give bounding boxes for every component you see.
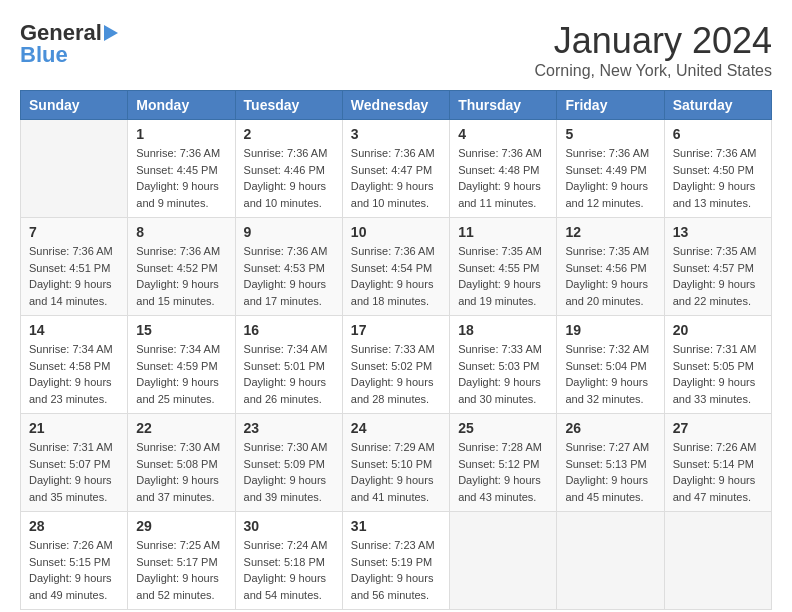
calendar-cell: 9Sunrise: 7:36 AMSunset: 4:53 PMDaylight… (235, 218, 342, 316)
day-info: Sunrise: 7:36 AMSunset: 4:54 PMDaylight:… (351, 243, 441, 309)
calendar-cell: 13Sunrise: 7:35 AMSunset: 4:57 PMDayligh… (664, 218, 771, 316)
calendar-cell (664, 512, 771, 610)
week-row-5: 28Sunrise: 7:26 AMSunset: 5:15 PMDayligh… (21, 512, 772, 610)
calendar-cell: 4Sunrise: 7:36 AMSunset: 4:48 PMDaylight… (450, 120, 557, 218)
day-info: Sunrise: 7:34 AMSunset: 4:59 PMDaylight:… (136, 341, 226, 407)
day-info: Sunrise: 7:36 AMSunset: 4:49 PMDaylight:… (565, 145, 655, 211)
day-info: Sunrise: 7:36 AMSunset: 4:45 PMDaylight:… (136, 145, 226, 211)
week-row-1: 1Sunrise: 7:36 AMSunset: 4:45 PMDaylight… (21, 120, 772, 218)
calendar-cell: 18Sunrise: 7:33 AMSunset: 5:03 PMDayligh… (450, 316, 557, 414)
day-info: Sunrise: 7:25 AMSunset: 5:17 PMDaylight:… (136, 537, 226, 603)
calendar-cell: 24Sunrise: 7:29 AMSunset: 5:10 PMDayligh… (342, 414, 449, 512)
day-info: Sunrise: 7:24 AMSunset: 5:18 PMDaylight:… (244, 537, 334, 603)
calendar-cell: 15Sunrise: 7:34 AMSunset: 4:59 PMDayligh… (128, 316, 235, 414)
day-info: Sunrise: 7:36 AMSunset: 4:51 PMDaylight:… (29, 243, 119, 309)
weekday-header-row: SundayMondayTuesdayWednesdayThursdayFrid… (21, 91, 772, 120)
location-title: Corning, New York, United States (535, 62, 772, 80)
day-number: 15 (136, 322, 226, 338)
calendar-cell: 16Sunrise: 7:34 AMSunset: 5:01 PMDayligh… (235, 316, 342, 414)
day-info: Sunrise: 7:28 AMSunset: 5:12 PMDaylight:… (458, 439, 548, 505)
day-number: 13 (673, 224, 763, 240)
svg-marker-0 (104, 25, 118, 41)
day-info: Sunrise: 7:34 AMSunset: 4:58 PMDaylight:… (29, 341, 119, 407)
day-number: 24 (351, 420, 441, 436)
day-number: 10 (351, 224, 441, 240)
day-number: 6 (673, 126, 763, 142)
weekday-header-thursday: Thursday (450, 91, 557, 120)
calendar-cell: 21Sunrise: 7:31 AMSunset: 5:07 PMDayligh… (21, 414, 128, 512)
day-number: 19 (565, 322, 655, 338)
calendar-cell: 6Sunrise: 7:36 AMSunset: 4:50 PMDaylight… (664, 120, 771, 218)
day-info: Sunrise: 7:27 AMSunset: 5:13 PMDaylight:… (565, 439, 655, 505)
calendar-cell: 28Sunrise: 7:26 AMSunset: 5:15 PMDayligh… (21, 512, 128, 610)
day-number: 21 (29, 420, 119, 436)
day-info: Sunrise: 7:26 AMSunset: 5:15 PMDaylight:… (29, 537, 119, 603)
weekday-header-tuesday: Tuesday (235, 91, 342, 120)
title-section: January 2024 Corning, New York, United S… (535, 20, 772, 80)
day-info: Sunrise: 7:32 AMSunset: 5:04 PMDaylight:… (565, 341, 655, 407)
day-number: 11 (458, 224, 548, 240)
day-info: Sunrise: 7:35 AMSunset: 4:57 PMDaylight:… (673, 243, 763, 309)
week-row-3: 14Sunrise: 7:34 AMSunset: 4:58 PMDayligh… (21, 316, 772, 414)
day-info: Sunrise: 7:36 AMSunset: 4:48 PMDaylight:… (458, 145, 548, 211)
month-title: January 2024 (535, 20, 772, 62)
calendar-cell: 7Sunrise: 7:36 AMSunset: 4:51 PMDaylight… (21, 218, 128, 316)
day-number: 17 (351, 322, 441, 338)
day-number: 9 (244, 224, 334, 240)
calendar-cell: 29Sunrise: 7:25 AMSunset: 5:17 PMDayligh… (128, 512, 235, 610)
day-info: Sunrise: 7:23 AMSunset: 5:19 PMDaylight:… (351, 537, 441, 603)
day-number: 12 (565, 224, 655, 240)
day-number: 7 (29, 224, 119, 240)
calendar-cell: 3Sunrise: 7:36 AMSunset: 4:47 PMDaylight… (342, 120, 449, 218)
logo-arrow-icon (104, 25, 124, 41)
day-number: 25 (458, 420, 548, 436)
day-info: Sunrise: 7:36 AMSunset: 4:52 PMDaylight:… (136, 243, 226, 309)
day-info: Sunrise: 7:29 AMSunset: 5:10 PMDaylight:… (351, 439, 441, 505)
calendar-cell: 2Sunrise: 7:36 AMSunset: 4:46 PMDaylight… (235, 120, 342, 218)
calendar-cell (557, 512, 664, 610)
day-info: Sunrise: 7:31 AMSunset: 5:05 PMDaylight:… (673, 341, 763, 407)
logo: General Blue (20, 20, 124, 68)
weekday-header-monday: Monday (128, 91, 235, 120)
day-number: 30 (244, 518, 334, 534)
calendar-cell: 26Sunrise: 7:27 AMSunset: 5:13 PMDayligh… (557, 414, 664, 512)
day-info: Sunrise: 7:30 AMSunset: 5:09 PMDaylight:… (244, 439, 334, 505)
day-number: 20 (673, 322, 763, 338)
day-info: Sunrise: 7:34 AMSunset: 5:01 PMDaylight:… (244, 341, 334, 407)
day-info: Sunrise: 7:31 AMSunset: 5:07 PMDaylight:… (29, 439, 119, 505)
day-number: 28 (29, 518, 119, 534)
day-number: 5 (565, 126, 655, 142)
calendar-cell: 19Sunrise: 7:32 AMSunset: 5:04 PMDayligh… (557, 316, 664, 414)
day-info: Sunrise: 7:30 AMSunset: 5:08 PMDaylight:… (136, 439, 226, 505)
day-number: 26 (565, 420, 655, 436)
calendar-cell: 22Sunrise: 7:30 AMSunset: 5:08 PMDayligh… (128, 414, 235, 512)
calendar-cell: 23Sunrise: 7:30 AMSunset: 5:09 PMDayligh… (235, 414, 342, 512)
calendar-cell: 8Sunrise: 7:36 AMSunset: 4:52 PMDaylight… (128, 218, 235, 316)
logo-blue: Blue (20, 42, 68, 68)
calendar-cell: 10Sunrise: 7:36 AMSunset: 4:54 PMDayligh… (342, 218, 449, 316)
calendar-cell: 12Sunrise: 7:35 AMSunset: 4:56 PMDayligh… (557, 218, 664, 316)
calendar-cell: 1Sunrise: 7:36 AMSunset: 4:45 PMDaylight… (128, 120, 235, 218)
day-number: 8 (136, 224, 226, 240)
day-info: Sunrise: 7:35 AMSunset: 4:56 PMDaylight:… (565, 243, 655, 309)
day-number: 31 (351, 518, 441, 534)
calendar-cell: 20Sunrise: 7:31 AMSunset: 5:05 PMDayligh… (664, 316, 771, 414)
calendar-cell: 31Sunrise: 7:23 AMSunset: 5:19 PMDayligh… (342, 512, 449, 610)
weekday-header-sunday: Sunday (21, 91, 128, 120)
day-info: Sunrise: 7:26 AMSunset: 5:14 PMDaylight:… (673, 439, 763, 505)
day-number: 3 (351, 126, 441, 142)
day-number: 4 (458, 126, 548, 142)
week-row-4: 21Sunrise: 7:31 AMSunset: 5:07 PMDayligh… (21, 414, 772, 512)
calendar-cell: 17Sunrise: 7:33 AMSunset: 5:02 PMDayligh… (342, 316, 449, 414)
day-info: Sunrise: 7:36 AMSunset: 4:46 PMDaylight:… (244, 145, 334, 211)
day-number: 16 (244, 322, 334, 338)
header: General Blue January 2024 Corning, New Y… (20, 20, 772, 80)
day-number: 27 (673, 420, 763, 436)
day-info: Sunrise: 7:36 AMSunset: 4:50 PMDaylight:… (673, 145, 763, 211)
calendar-cell: 14Sunrise: 7:34 AMSunset: 4:58 PMDayligh… (21, 316, 128, 414)
day-info: Sunrise: 7:35 AMSunset: 4:55 PMDaylight:… (458, 243, 548, 309)
calendar-cell: 27Sunrise: 7:26 AMSunset: 5:14 PMDayligh… (664, 414, 771, 512)
calendar-cell: 11Sunrise: 7:35 AMSunset: 4:55 PMDayligh… (450, 218, 557, 316)
day-info: Sunrise: 7:33 AMSunset: 5:02 PMDaylight:… (351, 341, 441, 407)
week-row-2: 7Sunrise: 7:36 AMSunset: 4:51 PMDaylight… (21, 218, 772, 316)
